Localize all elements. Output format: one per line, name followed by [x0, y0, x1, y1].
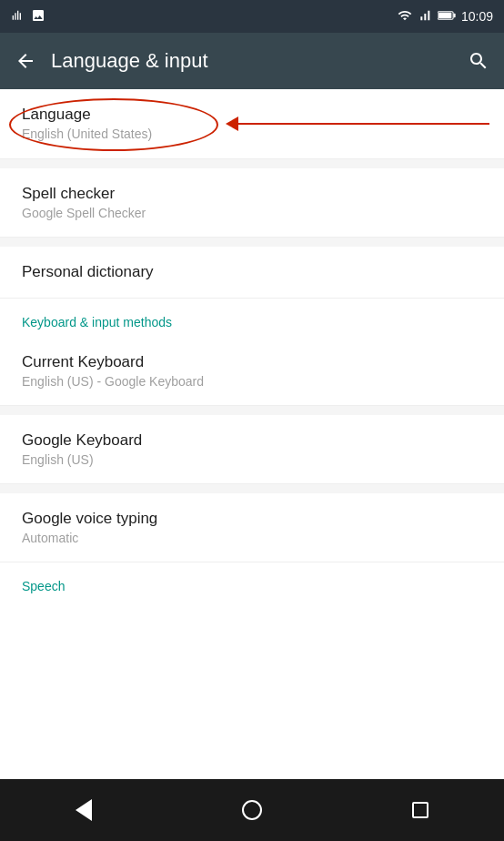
spell-checker-subtitle: Google Spell Checker	[22, 206, 482, 220]
personal-dictionary-title: Personal dictionary	[22, 263, 482, 281]
status-bar: 10:09	[0, 0, 504, 33]
arrow-annotation	[226, 123, 489, 125]
battery-icon	[438, 9, 456, 25]
current-keyboard-subtitle: English (US) - Google Keyboard	[22, 374, 482, 389]
image-icon	[31, 8, 45, 25]
google-voice-title: Google voice typing	[22, 510, 482, 528]
google-keyboard-title: Google Keyboard	[22, 431, 482, 450]
wifi-icon	[398, 8, 412, 25]
language-title: Language	[22, 106, 152, 124]
google-voice-subtitle: Automatic	[22, 531, 482, 545]
google-keyboard-subtitle: English (US)	[22, 452, 482, 467]
language-annotation: Language English (United States)	[22, 106, 152, 141]
nav-bar	[0, 779, 504, 841]
top-app-bar: Language & input	[0, 33, 504, 89]
divider-space-3	[0, 406, 504, 415]
svg-rect-1	[438, 12, 451, 17]
settings-content: Language English (United States) Spell c…	[0, 89, 504, 779]
search-button[interactable]	[468, 50, 489, 72]
arrow-head	[226, 117, 238, 131]
language-setting-item[interactable]: Language English (United States)	[0, 89, 504, 159]
divider-space-1	[0, 159, 504, 168]
status-right-icons: 10:09	[398, 8, 493, 25]
page-title: Language & input	[51, 49, 468, 73]
google-keyboard-item[interactable]: Google Keyboard English (US)	[0, 415, 504, 484]
nav-back-button[interactable]	[61, 787, 106, 833]
nav-home-icon	[242, 800, 262, 820]
current-keyboard-title: Current Keyboard	[22, 353, 482, 371]
language-subtitle: English (United States)	[22, 127, 152, 141]
divider-space-2	[0, 238, 504, 247]
nav-home-button[interactable]	[229, 787, 275, 833]
signal-bars-icon	[418, 8, 432, 25]
speech-section-label: Speech	[22, 579, 482, 593]
personal-dictionary-item[interactable]: Personal dictionary	[0, 247, 504, 299]
spell-checker-title: Spell checker	[22, 185, 482, 203]
divider-space-4	[0, 484, 504, 493]
nav-recent-button[interactable]	[398, 787, 443, 833]
back-button[interactable]	[15, 50, 36, 72]
nav-back-icon	[76, 799, 92, 821]
current-keyboard-item[interactable]: Current Keyboard English (US) - Google K…	[0, 337, 504, 406]
signal-icon	[11, 8, 25, 25]
nav-recent-icon	[412, 802, 428, 818]
google-voice-typing-item[interactable]: Google voice typing Automatic	[0, 493, 504, 562]
status-time: 10:09	[461, 9, 493, 24]
spell-checker-item[interactable]: Spell checker Google Spell Checker	[0, 168, 504, 238]
arrow-line	[238, 123, 489, 126]
keyboard-section-label: Keyboard & input methods	[22, 315, 482, 329]
svg-rect-2	[453, 13, 455, 16]
keyboard-section-header: Keyboard & input methods	[0, 299, 504, 337]
status-left-icons	[11, 8, 45, 25]
speech-section-header: Speech	[0, 562, 504, 601]
